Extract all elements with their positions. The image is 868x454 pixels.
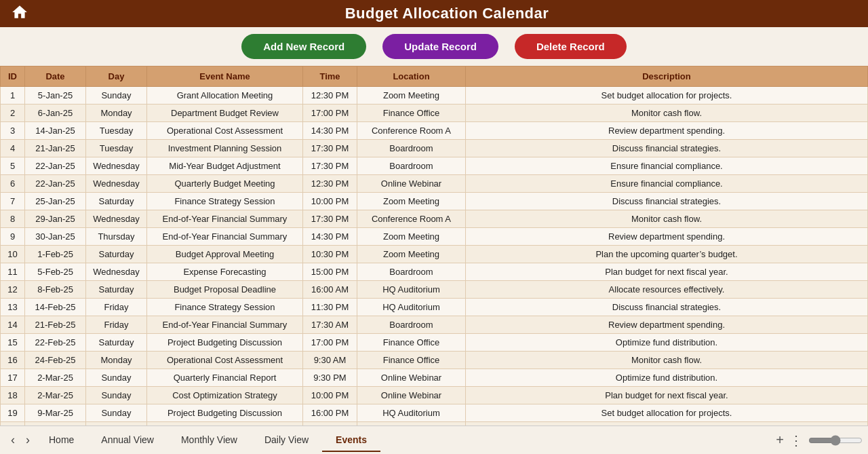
- table-row[interactable]: 725-Jan-25SaturdayFinance Strategy Sessi…: [1, 193, 868, 210]
- cell-16-3: Quarterly Financial Report: [147, 369, 303, 387]
- table-header-row: ID Date Day Event Name Time Location Des…: [1, 67, 868, 87]
- cell-13-5: Boardroom: [357, 316, 466, 334]
- nav-next-button[interactable]: ›: [20, 430, 35, 450]
- nav-more-button[interactable]: ⋮: [789, 432, 803, 449]
- table-row[interactable]: 622-Jan-25WednesdayQuarterly Budget Meet…: [1, 175, 868, 193]
- table-row[interactable]: 182-Mar-25SundayCost Optimization Strate…: [1, 387, 868, 404]
- cell-9-3: Budget Approval Meeting: [147, 246, 303, 263]
- cell-6-5: Zoom Meeting: [357, 193, 466, 210]
- cell-7-4: 17:30 PM: [303, 210, 357, 228]
- table-row[interactable]: 1624-Feb-25MondayOperational Cost Assess…: [1, 352, 868, 369]
- cell-17-0: 18: [1, 387, 25, 404]
- cell-16-5: Online Webinar: [357, 369, 466, 387]
- table-row[interactable]: 421-Jan-25TuesdayInvestment Planning Ses…: [1, 140, 868, 157]
- table-row[interactable]: 1522-Feb-25SaturdayProject Budgeting Dis…: [1, 334, 868, 352]
- cell-18-6: Set budget allocation for projects.: [466, 404, 868, 422]
- cell-10-5: Boardroom: [357, 263, 466, 281]
- cell-8-1: 30-Jan-25: [25, 228, 86, 246]
- nav-tab-annual-view[interactable]: Annual View: [87, 429, 167, 452]
- table-row[interactable]: 115-Feb-25WednesdayExpense Forecasting15…: [1, 263, 868, 281]
- cell-17-1: 2-Mar-25: [25, 387, 86, 404]
- nav-tab-daily-view[interactable]: Daily View: [251, 429, 322, 452]
- cell-3-6: Discuss financial strategies.: [466, 140, 868, 157]
- table-row[interactable]: 101-Feb-25SaturdayBudget Approval Meetin…: [1, 246, 868, 263]
- cell-15-0: 16: [1, 352, 25, 369]
- cell-6-2: Saturday: [86, 193, 147, 210]
- cell-13-6: Review department spending.: [466, 316, 868, 334]
- cell-12-0: 13: [1, 299, 25, 316]
- nav-tab-events[interactable]: Events: [322, 429, 380, 452]
- cell-15-3: Operational Cost Assessment: [147, 352, 303, 369]
- cell-16-6: Optimize fund distribution.: [466, 369, 868, 387]
- events-table-container: ID Date Day Event Name Time Location Des…: [0, 66, 868, 425]
- cell-14-5: Finance Office: [357, 334, 466, 352]
- table-row[interactable]: 15-Jan-25SundayGrant Allocation Meeting1…: [1, 87, 868, 105]
- nav-tab-home[interactable]: Home: [35, 429, 87, 452]
- table-row[interactable]: 199-Mar-25SundayProject Budgeting Discus…: [1, 404, 868, 422]
- cell-2-3: Operational Cost Assessment: [147, 122, 303, 140]
- nav-prev-button[interactable]: ‹: [5, 430, 20, 450]
- cell-0-1: 5-Jan-25: [25, 87, 86, 105]
- delete-record-button[interactable]: Delete Record: [515, 34, 627, 59]
- cell-17-4: 10:00 PM: [303, 387, 357, 404]
- cell-17-3: Cost Optimization Strategy: [147, 387, 303, 404]
- col-header-time: Time: [303, 67, 357, 87]
- cell-18-4: 16:00 PM: [303, 404, 357, 422]
- cell-4-2: Wednesday: [86, 157, 147, 175]
- cell-8-3: End-of-Year Financial Summary: [147, 228, 303, 246]
- table-row[interactable]: 128-Feb-25SaturdayBudget Proposal Deadli…: [1, 281, 868, 299]
- cell-13-4: 17:30 AM: [303, 316, 357, 334]
- cell-4-5: Boardroom: [357, 157, 466, 175]
- cell-7-1: 29-Jan-25: [25, 210, 86, 228]
- table-row[interactable]: 829-Jan-25WednesdayEnd-of-Year Financial…: [1, 210, 868, 228]
- cell-0-0: 1: [1, 87, 25, 105]
- cell-8-2: Thursday: [86, 228, 147, 246]
- cell-8-4: 14:30 PM: [303, 228, 357, 246]
- cell-12-6: Discuss financial strategies.: [466, 299, 868, 316]
- nav-zoom-slider[interactable]: [808, 435, 863, 446]
- cell-0-6: Set budget allocation for projects.: [466, 87, 868, 105]
- table-row[interactable]: 172-Mar-25SundayQuarterly Financial Repo…: [1, 369, 868, 387]
- add-record-button[interactable]: Add New Record: [241, 34, 366, 59]
- cell-4-0: 5: [1, 157, 25, 175]
- cell-17-5: Online Webinar: [357, 387, 466, 404]
- table-row[interactable]: 314-Jan-25TuesdayOperational Cost Assess…: [1, 122, 868, 140]
- table-row[interactable]: 26-Jan-25MondayDepartment Budget Review1…: [1, 105, 868, 122]
- cell-3-0: 4: [1, 140, 25, 157]
- table-row[interactable]: 1314-Feb-25FridayFinance Strategy Sessio…: [1, 299, 868, 316]
- cell-9-0: 10: [1, 246, 25, 263]
- cell-7-6: Monitor cash flow.: [466, 210, 868, 228]
- nav-tab-monthly-view[interactable]: Monthly View: [167, 429, 251, 452]
- update-record-button[interactable]: Update Record: [382, 34, 498, 59]
- table-row[interactable]: 522-Jan-25WednesdayMid-Year Budget Adjus…: [1, 157, 868, 175]
- cell-10-4: 15:00 PM: [303, 263, 357, 281]
- events-table: ID Date Day Event Name Time Location Des…: [0, 66, 868, 425]
- home-icon[interactable]: [11, 3, 28, 24]
- cell-14-0: 15: [1, 334, 25, 352]
- nav-add-tab-button[interactable]: +: [770, 430, 789, 451]
- col-header-day: Day: [86, 67, 147, 87]
- cell-1-5: Finance Office: [357, 105, 466, 122]
- col-header-id: ID: [1, 67, 25, 87]
- cell-14-4: 17:00 PM: [303, 334, 357, 352]
- cell-9-6: Plan the upcoming quarter’s budget.: [466, 246, 868, 263]
- cell-1-3: Department Budget Review: [147, 105, 303, 122]
- cell-2-6: Review department spending.: [466, 122, 868, 140]
- cell-8-5: Zoom Meeting: [357, 228, 466, 246]
- cell-18-1: 9-Mar-25: [25, 404, 86, 422]
- cell-4-6: Ensure financial compliance.: [466, 157, 868, 175]
- table-row[interactable]: 1421-Feb-25FridayEnd-of-Year Financial S…: [1, 316, 868, 334]
- cell-15-5: Finance Office: [357, 352, 466, 369]
- cell-3-5: Boardroom: [357, 140, 466, 157]
- cell-10-3: Expense Forecasting: [147, 263, 303, 281]
- cell-14-2: Saturday: [86, 334, 147, 352]
- cell-13-0: 14: [1, 316, 25, 334]
- cell-2-5: Conference Room A: [357, 122, 466, 140]
- cell-10-0: 11: [1, 263, 25, 281]
- cell-3-4: 17:30 PM: [303, 140, 357, 157]
- cell-8-6: Review department spending.: [466, 228, 868, 246]
- cell-6-4: 10:00 PM: [303, 193, 357, 210]
- table-row[interactable]: 930-Jan-25ThursdayEnd-of-Year Financial …: [1, 228, 868, 246]
- cell-11-2: Saturday: [86, 281, 147, 299]
- cell-15-1: 24-Feb-25: [25, 352, 86, 369]
